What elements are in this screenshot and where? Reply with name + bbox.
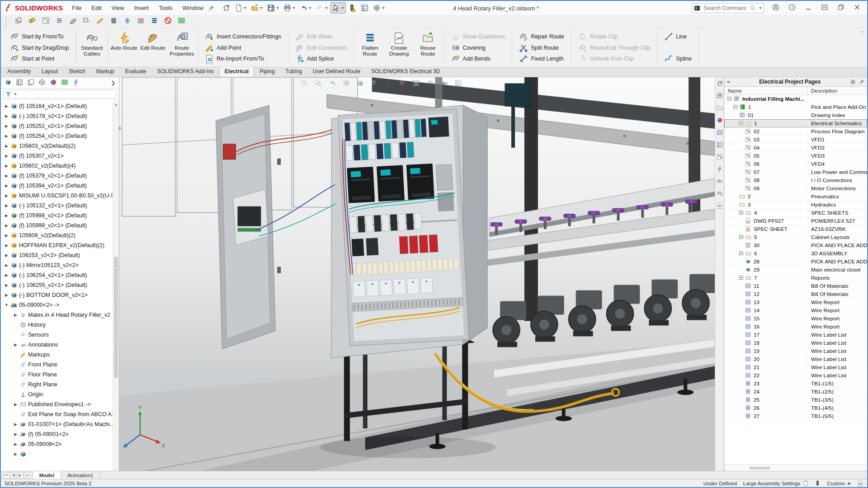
electrical-harness-icon[interactable]	[15, 17, 23, 26]
feature-tree-item[interactable]: Origin	[2, 389, 113, 399]
doc-tab-model[interactable]: Model	[33, 471, 61, 479]
project-page-row[interactable]: 14Wire Report	[724, 306, 867, 314]
project-page-row[interactable]: 08I / O Connections	[724, 176, 867, 184]
ribbon-button-create-drawing[interactable]: Create Drawing	[385, 29, 414, 66]
expander-icon[interactable]: ▶	[4, 144, 9, 148]
table-3d-icon[interactable]	[83, 17, 90, 26]
project-page-row[interactable]: 03VFD1	[724, 136, 867, 144]
panel-pin-icon[interactable]	[859, 79, 864, 85]
tab-solidworks-electrical-3d[interactable]: SOLIDWORKS Electrical 3D	[366, 66, 445, 77]
user-account-icon[interactable]	[769, 2, 783, 14]
feature-tree-item[interactable]: ▶Mates in 4 Head Rotary Filler_v2	[2, 310, 113, 320]
ribbon-button-spline[interactable]: Spline	[662, 53, 693, 64]
expander-icon[interactable]: ▶	[4, 104, 9, 108]
dimxpert-tab-icon[interactable]	[38, 79, 46, 88]
expander-icon[interactable]: ▶	[13, 442, 18, 446]
zoom-area-icon[interactable]	[315, 80, 322, 89]
din-rail-icon[interactable]	[137, 17, 145, 26]
configuration-selector[interactable]: Custom	[827, 481, 851, 486]
feature-tree-item[interactable]: ▶(-) Mirror105123_v2<2>	[2, 260, 113, 270]
tab-piping[interactable]: Piping	[254, 66, 280, 77]
ribbon-button-split-route[interactable]: Split Route	[517, 42, 566, 53]
valve-tool-icon[interactable]	[123, 17, 131, 26]
feature-tree-item[interactable]: ▶105603_v2(Default)(2)	[2, 141, 113, 151]
expander-icon[interactable]: ▶	[4, 263, 9, 267]
project-page-row[interactable]: 05VFD3	[724, 152, 867, 160]
feature-tree-item[interactable]: ▶(-) 106255_v2<1> (Default)	[2, 280, 113, 290]
new-document-icon-caret[interactable]	[244, 7, 246, 9]
project-page-row[interactable]: 1Pick and Place Add-On	[724, 103, 867, 111]
close-icon[interactable]	[850, 2, 864, 14]
expander-icon[interactable]: ▶	[4, 193, 9, 198]
project-page-row[interactable]: 20Wire Label List	[724, 355, 867, 363]
project-page-row[interactable]: 63D ASSEMBLY	[724, 249, 867, 258]
expander-icon[interactable]: ▶	[4, 134, 9, 138]
expander-icon[interactable]: ▶	[4, 283, 9, 287]
minimize-icon[interactable]	[801, 2, 816, 14]
resize-window-icon[interactable]	[817, 2, 832, 14]
cable-boxes-icon[interactable]	[28, 17, 36, 26]
large-assembly-settings[interactable]: Large Assembly Settings	[743, 480, 809, 486]
project-page-row[interactable]: Industrial Filling Machi...	[724, 95, 867, 103]
settings-gear-icon[interactable]	[371, 2, 387, 14]
project-page-row[interactable]: DWGDWG PF527POWERFLEX 527	[724, 217, 867, 225]
select-arrow-icon[interactable]	[330, 2, 346, 14]
tab-layout[interactable]: Layout	[36, 66, 63, 77]
project-page-row[interactable]: 27TB1-(5/5)	[724, 412, 867, 420]
save-icon[interactable]	[265, 2, 281, 14]
menu-view[interactable]: View	[107, 3, 129, 13]
expander-icon[interactable]: ▶	[13, 343, 18, 347]
settings-gear-icon-caret[interactable]	[382, 7, 385, 9]
ribbon-button-line[interactable]: Line	[662, 31, 693, 42]
hscrollbar-thumb[interactable]	[749, 467, 770, 469]
view-orientation-icon[interactable]	[357, 80, 364, 89]
fly-out-chevron-icon[interactable]: ❯	[111, 80, 115, 86]
tp-appearances-icon[interactable]	[717, 117, 723, 125]
tp-cable-entities-icon[interactable]	[717, 190, 723, 198]
tp-home-icon[interactable]	[717, 80, 723, 89]
ribbon-button-re-import-from-to[interactable]: Re-Import From/To	[203, 53, 283, 64]
tp-routing-library-icon[interactable]	[717, 178, 723, 186]
column-description[interactable]: Description	[808, 88, 867, 94]
project-page-row[interactable]: 07Low Power and Comms	[724, 168, 867, 176]
expander-icon[interactable]: ▶	[13, 432, 18, 436]
feature-tree-item[interactable]: ▶	[2, 449, 113, 459]
apply-scene-icon[interactable]	[413, 80, 420, 89]
project-page-row[interactable]: 28PICK AND PLACE ADD-ON	[724, 258, 867, 266]
feature-tree-item[interactable]: ▶105602_v2(Default)(4)	[2, 161, 113, 171]
task-pane-hscrollbar[interactable]	[724, 465, 867, 471]
feature-tree-item[interactable]: ▶(f) 105998_v2<1> (Default)	[2, 211, 113, 221]
hide-show-icon[interactable]	[385, 80, 392, 89]
ribbon-button-add-splice[interactable]: Add Splice	[293, 53, 349, 64]
collapse-box-icon[interactable]	[739, 211, 743, 215]
electrical-manager-tab-icon[interactable]	[72, 79, 80, 88]
no-entry-icon[interactable]	[164, 17, 172, 26]
project-page-row[interactable]: 1Electrical Schematics	[724, 119, 867, 127]
expander-icon[interactable]: ▶	[13, 452, 18, 456]
tp-custom-properties-icon[interactable]	[717, 141, 723, 150]
search-input[interactable]	[703, 5, 747, 12]
collapse-box-icon[interactable]	[739, 251, 743, 255]
expander-icon[interactable]: ▶	[4, 124, 9, 128]
options-list-icon[interactable]	[359, 2, 370, 14]
feature-tree-item[interactable]: History	[2, 320, 113, 330]
project-page-row[interactable]: 19Wire Label List	[724, 347, 867, 355]
expander-icon[interactable]: ▶	[4, 114, 9, 118]
ribbon-button-auto-route[interactable]: Auto Route	[109, 29, 138, 66]
feature-manager-tab-icon[interactable]	[5, 79, 12, 88]
undo-icon-caret[interactable]	[309, 7, 311, 9]
restore-window-icon[interactable]	[834, 2, 848, 14]
ribbon-button-covering[interactable]: Covering	[449, 42, 507, 53]
tab-assembly[interactable]: Assembly	[2, 66, 36, 77]
zoom-fit-icon[interactable]	[301, 80, 308, 89]
pin-menu-icon[interactable]	[208, 5, 214, 11]
feature-tree-item[interactable]: ▶(-) 106254_v2<1> (Default)	[2, 270, 113, 280]
scroll-up-icon[interactable]: ▲	[113, 101, 119, 108]
ribbon-button-add-bends[interactable]: Add Bends	[449, 53, 507, 64]
feature-tree-item[interactable]: ▶HOFFMAN E1PBX_v2(Default)(2)	[2, 240, 113, 250]
search-icon[interactable]	[750, 5, 755, 11]
ribbon-button-flatten-route[interactable]: Flatten Route	[356, 29, 385, 66]
tp-settings-icon[interactable]	[717, 202, 723, 211]
camera-icon[interactable]	[441, 80, 448, 89]
panel-gear-icon[interactable]	[850, 79, 856, 85]
